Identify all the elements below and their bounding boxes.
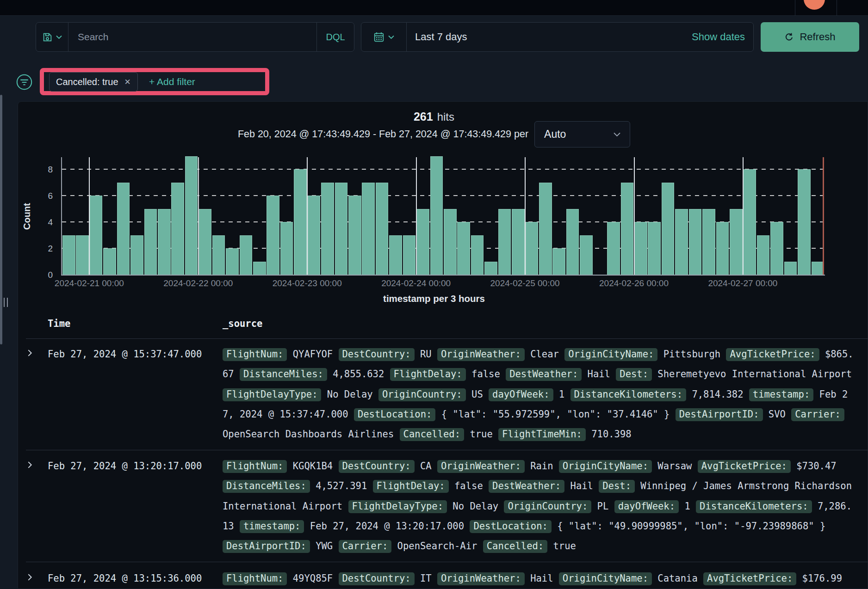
field-value: { "lat": "55.972599", "lon": "37.4146" } bbox=[441, 409, 670, 420]
histogram-bar[interactable] bbox=[512, 209, 525, 275]
histogram-bar[interactable] bbox=[430, 156, 443, 275]
histogram-bar[interactable] bbox=[240, 235, 253, 275]
histogram-bar[interactable] bbox=[158, 209, 171, 275]
histogram-bar[interactable] bbox=[294, 169, 307, 275]
histogram-bar[interactable] bbox=[144, 209, 157, 275]
field-value: CA bbox=[420, 460, 432, 472]
histogram-bar[interactable] bbox=[185, 156, 198, 275]
histogram-bar[interactable] bbox=[743, 169, 756, 275]
field-badge: DestCountry: bbox=[339, 460, 415, 473]
field-value: 4,855.632 bbox=[333, 368, 384, 380]
histogram-bar[interactable] bbox=[526, 222, 539, 275]
histogram-bar[interactable] bbox=[552, 248, 565, 275]
filter-set-button[interactable] bbox=[16, 74, 33, 91]
refresh-button[interactable]: Refresh bbox=[761, 22, 859, 52]
source-cell: FlightNum: QYAFYOF DestCountry: RU Origi… bbox=[223, 344, 855, 444]
histogram-bar[interactable] bbox=[730, 209, 743, 275]
histogram-bar[interactable] bbox=[457, 222, 470, 275]
search-input[interactable] bbox=[68, 23, 316, 51]
histogram-bar[interactable] bbox=[812, 262, 825, 275]
histogram-bar[interactable] bbox=[362, 183, 375, 275]
saved-queries-button[interactable] bbox=[36, 23, 68, 51]
histogram-bar[interactable] bbox=[348, 196, 361, 275]
filter-pill-cancelled-true[interactable]: Cancelled: true ✕ bbox=[49, 72, 138, 92]
histogram-bar[interactable] bbox=[675, 209, 688, 275]
x-axis-tick: 2024-02-24 00:00 bbox=[381, 278, 451, 288]
expand-row-icon[interactable] bbox=[26, 349, 34, 357]
histogram-bar[interactable] bbox=[226, 248, 239, 275]
date-picker-group: Last 7 days Show dates bbox=[361, 22, 754, 52]
time-cell: Feb 27, 2024 @ 13:20:17.000 bbox=[48, 456, 202, 476]
histogram-bar[interactable] bbox=[130, 235, 143, 275]
histogram-bar[interactable] bbox=[471, 235, 484, 275]
field-badge: Cancelled: bbox=[400, 428, 464, 441]
histogram-bar[interactable] bbox=[580, 235, 593, 275]
histogram-bar[interactable] bbox=[376, 183, 389, 275]
histogram-bar[interactable] bbox=[607, 222, 620, 275]
histogram-bar[interactable] bbox=[321, 183, 334, 275]
row-divider bbox=[26, 450, 868, 450]
histogram-bar[interactable] bbox=[212, 235, 225, 275]
histogram-bar[interactable] bbox=[444, 209, 457, 275]
field-badge: Dest: bbox=[599, 480, 635, 493]
save-icon bbox=[42, 32, 53, 43]
dql-language-button[interactable]: DQL bbox=[317, 23, 354, 51]
field-value: false bbox=[471, 368, 500, 380]
histogram-bar[interactable] bbox=[198, 209, 211, 275]
histogram-bar[interactable] bbox=[76, 235, 89, 275]
histogram-bar[interactable] bbox=[770, 222, 783, 275]
histogram-bar[interactable] bbox=[416, 209, 429, 275]
current-time-marker bbox=[823, 157, 824, 275]
show-dates-link[interactable]: Show dates bbox=[692, 23, 753, 51]
field-badge: AvgTicketPrice: bbox=[703, 572, 796, 585]
histogram-bar[interactable] bbox=[280, 222, 293, 275]
field-value: Sheremetyevo International Airport bbox=[657, 368, 852, 380]
histogram-bar[interactable] bbox=[335, 183, 348, 275]
add-filter-button[interactable]: + Add filter bbox=[149, 72, 195, 92]
x-axis-tick: 2024-02-25 00:00 bbox=[490, 278, 560, 288]
histogram-bar[interactable] bbox=[634, 222, 647, 275]
histogram-bar[interactable] bbox=[539, 183, 552, 275]
interval-select[interactable]: Auto bbox=[534, 121, 630, 147]
histogram-bar[interactable] bbox=[689, 209, 702, 275]
histogram-plot bbox=[61, 157, 825, 276]
histogram-bar[interactable] bbox=[662, 183, 675, 275]
histogram-bar[interactable] bbox=[716, 222, 729, 275]
field-value: 4,527.391 bbox=[316, 480, 367, 491]
field-badge: FlightDelayType: bbox=[348, 500, 447, 513]
histogram-bar[interactable] bbox=[498, 209, 511, 275]
field-badge: OriginCityName: bbox=[564, 348, 657, 361]
histogram-bar[interactable] bbox=[117, 183, 130, 275]
expand-row-icon[interactable] bbox=[26, 461, 34, 469]
histogram-bar[interactable] bbox=[648, 222, 661, 275]
histogram-bar[interactable] bbox=[566, 209, 579, 275]
histogram-bar[interactable] bbox=[484, 262, 497, 275]
histogram-bar[interactable] bbox=[702, 209, 715, 275]
histogram-bar[interactable] bbox=[621, 183, 634, 275]
field-value: RU bbox=[420, 349, 432, 360]
histogram-bar[interactable] bbox=[90, 196, 103, 275]
column-header-source[interactable]: _source bbox=[223, 318, 262, 329]
time-range-button[interactable]: Last 7 days bbox=[407, 23, 692, 51]
column-header-time[interactable]: Time bbox=[48, 318, 70, 329]
remove-filter-icon[interactable]: ✕ bbox=[124, 77, 131, 87]
vertical-scrollbar[interactable] bbox=[0, 95, 2, 344]
histogram-bar[interactable] bbox=[403, 235, 416, 275]
expand-row-icon[interactable] bbox=[26, 573, 34, 581]
histogram-bar[interactable] bbox=[308, 196, 321, 275]
histogram-bar[interactable] bbox=[171, 183, 184, 275]
histogram-bar[interactable] bbox=[784, 262, 797, 275]
sidebar-collapse-handle[interactable] bbox=[4, 298, 8, 307]
histogram-bar[interactable] bbox=[253, 262, 266, 275]
histogram-bar[interactable] bbox=[798, 169, 811, 275]
field-value: true bbox=[470, 429, 492, 440]
quick-select-button[interactable] bbox=[361, 23, 406, 51]
histogram-bar[interactable] bbox=[389, 235, 402, 275]
field-value: No Delay bbox=[327, 389, 373, 400]
histogram-bar[interactable] bbox=[62, 235, 75, 275]
user-avatar[interactable] bbox=[804, 0, 825, 10]
y-axis-tick: 6 bbox=[32, 191, 53, 201]
histogram-bar[interactable] bbox=[103, 248, 116, 275]
histogram-bar[interactable] bbox=[267, 196, 279, 275]
histogram-bar[interactable] bbox=[757, 235, 770, 275]
